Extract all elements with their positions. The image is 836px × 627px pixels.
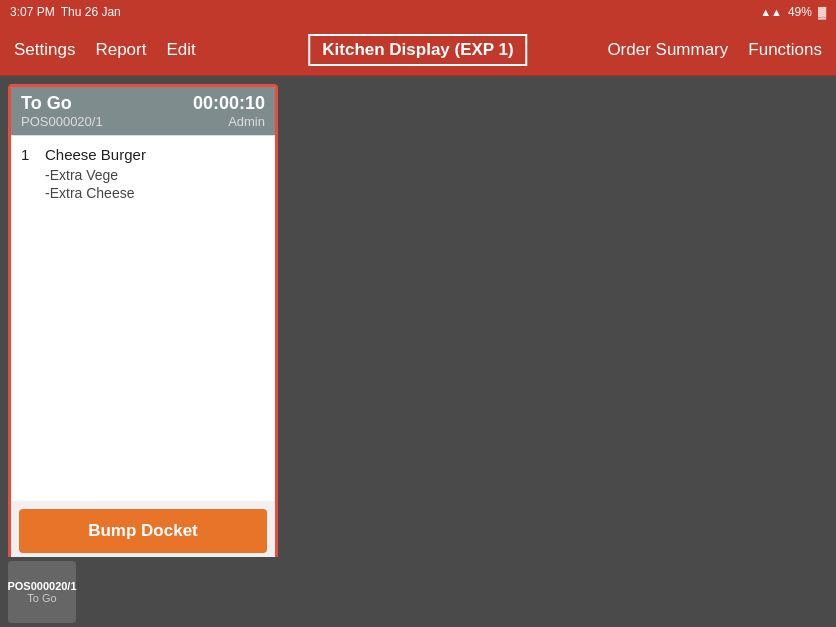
page-title: Kitchen Display (EXP 1) bbox=[308, 34, 527, 66]
wifi-icon: ▲▲ bbox=[760, 6, 782, 18]
order-user: Admin bbox=[228, 114, 265, 129]
order-pos-id: POS000020/1 bbox=[21, 114, 103, 129]
settings-button[interactable]: Settings bbox=[14, 40, 75, 60]
table-row: 1 Cheese Burger bbox=[21, 146, 265, 163]
order-card: To Go 00:00:10 POS000020/1 Admin 1 Chees… bbox=[8, 84, 278, 564]
time-label: 3:07 PM bbox=[10, 5, 55, 19]
item-modifier: -Extra Vege bbox=[21, 167, 265, 183]
nav-left: Settings Report Edit bbox=[14, 40, 196, 60]
thumbnail-card[interactable]: POS000020/1 To Go bbox=[8, 561, 76, 623]
functions-button[interactable]: Functions bbox=[748, 40, 822, 60]
bump-docket-button[interactable]: Bump Docket bbox=[19, 509, 267, 553]
order-timer: 00:00:10 bbox=[193, 93, 265, 114]
report-button[interactable]: Report bbox=[95, 40, 146, 60]
nav-right: Order Summary Functions bbox=[607, 40, 822, 60]
item-modifier: -Extra Cheese bbox=[21, 185, 265, 201]
order-items-list: 1 Cheese Burger -Extra Vege -Extra Chees… bbox=[11, 135, 275, 501]
order-header-row2: POS000020/1 Admin bbox=[21, 114, 265, 129]
thumbnail-type: To Go bbox=[27, 592, 56, 604]
item-name: Cheese Burger bbox=[45, 146, 146, 163]
status-bar: 3:07 PM Thu 26 Jan ▲▲ 49% ▓ bbox=[0, 0, 836, 24]
battery-icon: ▓ bbox=[818, 6, 826, 18]
top-nav: Settings Report Edit Kitchen Display (EX… bbox=[0, 24, 836, 76]
order-summary-button[interactable]: Order Summary bbox=[607, 40, 728, 60]
item-quantity: 1 bbox=[21, 146, 37, 163]
date-label: Thu 26 Jan bbox=[61, 5, 121, 19]
bottom-strip: POS000020/1 To Go bbox=[0, 557, 836, 627]
order-header-row1: To Go 00:00:10 bbox=[21, 93, 265, 114]
order-card-header: To Go 00:00:10 POS000020/1 Admin bbox=[11, 87, 275, 135]
nav-center: Kitchen Display (EXP 1) bbox=[308, 24, 527, 76]
thumbnail-pos-id: POS000020/1 bbox=[7, 580, 76, 592]
edit-button[interactable]: Edit bbox=[166, 40, 195, 60]
main-content: To Go 00:00:10 POS000020/1 Admin 1 Chees… bbox=[0, 76, 836, 627]
order-type-label: To Go bbox=[21, 93, 72, 114]
battery-label: 49% bbox=[788, 5, 812, 19]
